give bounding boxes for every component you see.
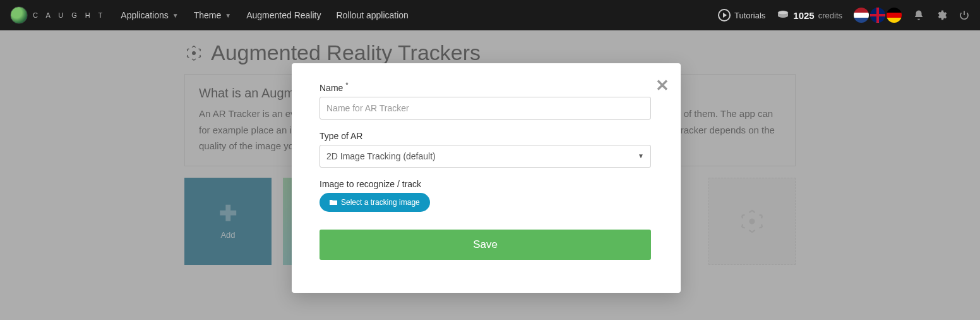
- add-tracker-modal: ✕ Name * Type of AR 2D Image Tracking (d…: [292, 63, 681, 293]
- field-image: Image to recognize / track Select a trac…: [320, 179, 653, 212]
- image-label: Image to recognize / track: [320, 179, 653, 189]
- power-icon[interactable]: [959, 9, 970, 21]
- nav-ar-label: Augmented Reality: [246, 10, 321, 20]
- play-circle-icon: [718, 9, 731, 22]
- bell-icon[interactable]: [913, 9, 924, 21]
- nav-theme-label: Theme: [194, 10, 222, 20]
- tutorials-link[interactable]: Tutorials: [718, 9, 765, 22]
- field-type: Type of AR 2D Image Tracking (default) ▼: [320, 131, 653, 168]
- credits-label: credits: [818, 11, 842, 20]
- select-image-label: Select a tracking image: [341, 198, 420, 207]
- type-selected-value: 2D Image Tracking (default): [326, 151, 436, 161]
- select-image-button[interactable]: Select a tracking image: [320, 193, 430, 212]
- name-label: Name *: [320, 81, 653, 93]
- nav-rollout-label: Rollout application: [337, 10, 409, 20]
- type-label: Type of AR: [320, 131, 653, 141]
- name-input[interactable]: [320, 97, 651, 120]
- nav-augmented-reality[interactable]: Augmented Reality: [246, 10, 321, 20]
- nav-right: Tutorials 1025 credits: [718, 8, 970, 23]
- topnav: C A U G H T Applications ▼ Theme ▼ Augme…: [0, 0, 980, 30]
- save-button[interactable]: Save: [320, 230, 651, 260]
- flag-nl-icon[interactable]: [854, 8, 869, 23]
- language-flags: [854, 8, 902, 23]
- nav-applications[interactable]: Applications ▼: [121, 10, 178, 20]
- coins-icon: [777, 10, 789, 20]
- tutorials-label: Tutorials: [734, 11, 765, 20]
- credits-amount: 1025: [793, 10, 814, 21]
- credits[interactable]: 1025 credits: [777, 10, 842, 21]
- type-select[interactable]: 2D Image Tracking (default) ▼: [320, 145, 651, 168]
- close-icon[interactable]: ✕: [655, 76, 669, 95]
- folder-icon: [330, 199, 337, 206]
- flag-de-icon[interactable]: [887, 8, 902, 23]
- flag-uk-icon[interactable]: [870, 8, 885, 23]
- brand[interactable]: C A U G H T: [10, 6, 105, 24]
- name-label-text: Name: [320, 83, 343, 93]
- chevron-down-icon: ▼: [638, 152, 644, 159]
- svg-marker-1: [723, 13, 727, 18]
- chevron-down-icon: ▼: [172, 12, 179, 19]
- required-asterisk: *: [345, 81, 348, 89]
- brand-logo-icon: [10, 6, 28, 24]
- nav-rollout[interactable]: Rollout application: [337, 10, 409, 20]
- chevron-down-icon: ▼: [225, 12, 231, 19]
- brand-text: C A U G H T: [33, 11, 105, 19]
- nav-theme[interactable]: Theme ▼: [194, 10, 231, 20]
- gear-icon[interactable]: [936, 9, 947, 21]
- field-name: Name *: [320, 81, 653, 120]
- nav-left: Applications ▼ Theme ▼ Augmented Reality…: [121, 10, 409, 20]
- nav-applications-label: Applications: [121, 10, 169, 20]
